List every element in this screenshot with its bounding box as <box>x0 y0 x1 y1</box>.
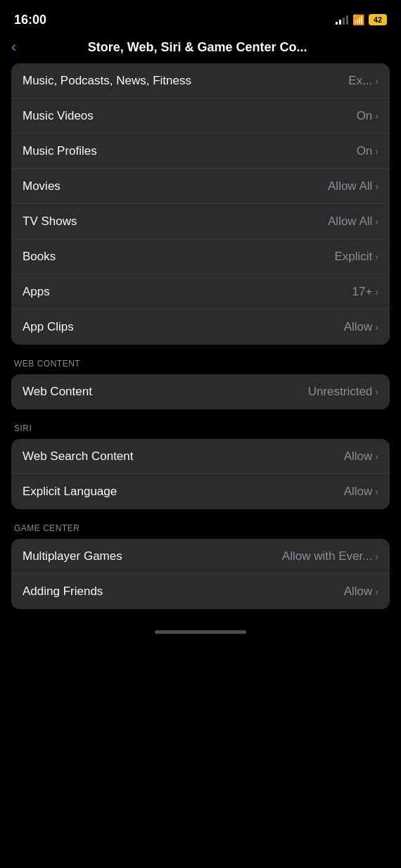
page-title: Store, Web, Siri & Game Center Co... <box>20 40 374 55</box>
chevron-icon: › <box>375 486 378 497</box>
status-bar: 16:00 📶 42 <box>0 0 401 35</box>
web-content-card: Web Content Unrestricted › <box>11 374 390 409</box>
row-music-podcasts[interactable]: Music, Podcasts, News, Fitness Ex... › <box>11 63 390 98</box>
row-explicit-language[interactable]: Explicit Language Allow › <box>11 474 390 509</box>
home-indicator <box>0 623 401 638</box>
chevron-icon: › <box>375 586 378 597</box>
signal-icon <box>336 15 348 25</box>
chevron-icon: › <box>375 386 378 397</box>
chevron-icon: › <box>375 321 378 333</box>
siri-section: SIRI Web Search Content Allow › Explicit… <box>11 423 390 509</box>
nav-bar: ‹ Store, Web, Siri & Game Center Co... <box>0 35 401 63</box>
chevron-icon: › <box>375 75 378 87</box>
chevron-icon: › <box>375 251 378 262</box>
store-content-card: Music, Podcasts, News, Fitness Ex... › M… <box>11 63 390 345</box>
game-center-section-label: GAME CENTER <box>11 523 390 533</box>
row-adding-friends[interactable]: Adding Friends Allow › <box>11 574 390 609</box>
web-content-section-label: WEB CONTENT <box>11 359 390 369</box>
row-movies[interactable]: Movies Allow All › <box>11 169 390 204</box>
game-center-section: GAME CENTER Multiplayer Games Allow with… <box>11 523 390 609</box>
wifi-icon: 📶 <box>352 14 364 25</box>
row-apps[interactable]: Apps 17+ › <box>11 274 390 309</box>
chevron-icon: › <box>375 286 378 298</box>
chevron-icon: › <box>375 110 378 122</box>
game-center-card: Multiplayer Games Allow with Ever... › A… <box>11 539 390 609</box>
row-multiplayer-games[interactable]: Multiplayer Games Allow with Ever... › <box>11 539 390 574</box>
chevron-icon: › <box>375 551 378 562</box>
status-icons: 📶 42 <box>336 14 387 25</box>
row-tv-shows[interactable]: TV Shows Allow All › <box>11 204 390 239</box>
store-content-section: Music, Podcasts, News, Fitness Ex... › M… <box>11 63 390 345</box>
row-web-search-content[interactable]: Web Search Content Allow › <box>11 439 390 474</box>
web-content-section: WEB CONTENT Web Content Unrestricted › <box>11 359 390 409</box>
siri-card: Web Search Content Allow › Explicit Lang… <box>11 439 390 509</box>
row-music-videos[interactable]: Music Videos On › <box>11 98 390 134</box>
chevron-icon: › <box>375 451 378 462</box>
chevron-icon: › <box>375 181 378 192</box>
back-button[interactable]: ‹ <box>11 39 16 55</box>
row-web-content[interactable]: Web Content Unrestricted › <box>11 374 390 409</box>
row-books[interactable]: Books Explicit › <box>11 239 390 274</box>
row-app-clips[interactable]: App Clips Allow › <box>11 309 390 345</box>
chevron-icon: › <box>375 146 378 157</box>
siri-section-label: SIRI <box>11 423 390 433</box>
row-music-profiles[interactable]: Music Profiles On › <box>11 134 390 169</box>
battery-indicator: 42 <box>369 14 387 25</box>
status-time: 16:00 <box>14 13 46 27</box>
chevron-icon: › <box>375 216 378 227</box>
